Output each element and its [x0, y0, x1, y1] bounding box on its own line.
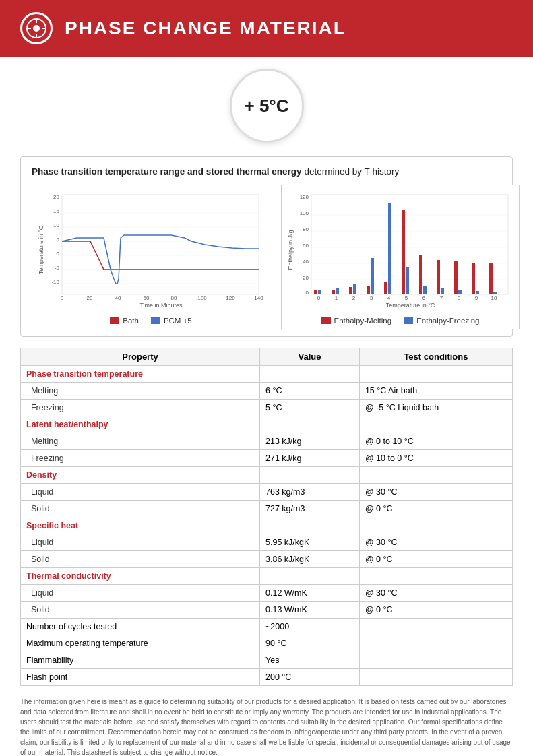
value-cell: 763 kg/m3 [260, 484, 360, 501]
svg-rect-69 [406, 267, 409, 294]
value-cell: Yes [260, 652, 360, 669]
value-cell: 90 °C [260, 635, 360, 652]
svg-text:0: 0 [317, 295, 321, 301]
svg-rect-78 [489, 263, 493, 294]
sub-label-cell: Solid [21, 602, 260, 619]
svg-rect-62 [349, 287, 352, 294]
table-row: Liquid0.12 W/mK@ 30 °C [21, 585, 513, 602]
col-value: Value [260, 348, 360, 366]
table-row: Specific heat [21, 517, 513, 534]
svg-text:60: 60 [303, 243, 309, 249]
sub-label-cell: Liquid [21, 585, 260, 602]
condition-cell: @ 30 °C [359, 484, 512, 501]
legend-pcm-color [151, 317, 160, 324]
category-cell: Phase transition temperature [21, 366, 260, 383]
header-title: PHASE CHANGE MATERIAL [65, 18, 346, 39]
svg-rect-66 [384, 282, 387, 294]
table-row: Liquid763 kg/m3@ 30 °C [21, 484, 513, 501]
svg-rect-60 [332, 290, 335, 294]
legend-bath-label: Bath [123, 317, 139, 325]
legend-pcm: PCM +5 [151, 317, 192, 325]
svg-text:15: 15 [53, 208, 59, 214]
legend-freezing-label: Enthalpy-Freezing [416, 317, 479, 325]
charts-title: Phase transition temperature range and s… [32, 166, 501, 177]
col-property: Property [21, 348, 260, 366]
condition-cell: 15 °C Air bath [359, 383, 512, 400]
svg-text:0: 0 [61, 295, 64, 301]
svg-rect-61 [336, 288, 339, 294]
left-chart-legend: Bath PCM +5 [36, 317, 265, 325]
condition-cell [359, 669, 512, 686]
property-cell: Number of cycles tested [21, 619, 260, 635]
svg-text:80: 80 [171, 295, 177, 301]
legend-bath-color [110, 317, 119, 324]
svg-rect-59 [318, 290, 321, 294]
sub-label-cell: Melting [21, 433, 260, 450]
category-cell: Latent heat/enthalpy [21, 416, 260, 433]
svg-text:8: 8 [458, 295, 461, 301]
charts-title-rest: determined by T-history [302, 166, 400, 177]
temp-badge-wrapper: + 5°C [0, 57, 533, 150]
property-cell: Flammability [21, 652, 260, 669]
svg-text:10: 10 [53, 222, 59, 228]
svg-text:6: 6 [422, 295, 426, 301]
right-chart-legend: Enthalpy-Melting Enthalpy-Freezing [286, 317, 515, 325]
value-cell: 3.86 kJ/kgK [260, 551, 360, 568]
svg-rect-63 [353, 284, 356, 294]
svg-text:20: 20 [303, 275, 309, 281]
svg-text:2: 2 [352, 295, 356, 301]
sub-label-cell: Solid [21, 501, 260, 517]
category-cell: Density [21, 467, 260, 484]
disclaimer: The information given here is meant as a… [20, 697, 513, 756]
svg-text:40: 40 [303, 259, 309, 265]
condition-cell: @ 10 to 0 °C [359, 450, 512, 467]
value-cell: 6 °C [260, 383, 360, 400]
sub-label-cell: Freezing [21, 400, 260, 416]
svg-text:4: 4 [387, 295, 391, 301]
svg-text:Time in Minutes: Time in Minutes [139, 302, 183, 309]
svg-text:10: 10 [491, 295, 497, 301]
value-cell: 213 kJ/kg [260, 433, 360, 450]
header: PHASE CHANGE MATERIAL [0, 0, 533, 57]
value-cell: 200 °C [260, 669, 360, 686]
svg-rect-77 [476, 291, 479, 294]
sub-label-cell: Solid [21, 551, 260, 568]
svg-text:20: 20 [53, 194, 59, 200]
sub-label-cell: Liquid [21, 484, 260, 501]
legend-pcm-label: PCM +5 [164, 317, 192, 325]
svg-text:Enthalpy in J/g: Enthalpy in J/g [287, 230, 294, 270]
condition-cell: @ 0 °C [359, 501, 512, 517]
sub-label-cell: Freezing [21, 450, 260, 467]
property-cell: Maximum operating temperature [21, 635, 260, 652]
condition-cell: @ 30 °C [359, 534, 512, 551]
svg-text:Temperature in °C: Temperature in °C [386, 302, 435, 309]
category-cell: Specific heat [21, 517, 260, 534]
table-row: Thermal conductivity [21, 568, 513, 585]
left-chart-svg: Temperature in °C Time in Minutes 20 15 … [36, 189, 265, 311]
svg-rect-67 [388, 203, 391, 294]
legend-freezing-color [404, 317, 413, 324]
svg-text:Temperature in °C: Temperature in °C [38, 225, 44, 274]
value-cell: 0.12 W/mK [260, 585, 360, 602]
table-row: Solid727 kg/m3@ 0 °C [21, 501, 513, 517]
legend-enthalpy-melting: Enthalpy-Melting [321, 317, 392, 325]
svg-rect-75 [458, 290, 462, 294]
table-row: Melting213 kJ/kg@ 0 to 10 °C [21, 433, 513, 450]
svg-text:80: 80 [303, 226, 309, 232]
condition-cell: @ 0 °C [359, 602, 512, 619]
condition-cell: @ -5 °C Liquid bath [359, 400, 512, 416]
temp-badge: + 5°C [230, 69, 304, 143]
svg-text:0: 0 [57, 251, 60, 257]
condition-cell: @ 0 to 10 °C [359, 433, 512, 450]
value-cell: 5.95 kJ/kgK [260, 534, 360, 551]
right-chart: Enthalpy in J/g Temperature in °C 120 10… [281, 185, 520, 329]
svg-text:120: 120 [300, 194, 309, 200]
svg-text:120: 120 [226, 295, 235, 301]
condition-cell [359, 635, 512, 652]
svg-text:140: 140 [254, 295, 263, 301]
svg-text:3: 3 [370, 295, 373, 301]
table-row: FlammabilityYes [21, 652, 513, 669]
table-header-row: Property Value Test conditions [21, 348, 513, 366]
table-row: Solid0.13 W/mK@ 0 °C [21, 602, 513, 619]
legend-enthalpy-freezing: Enthalpy-Freezing [404, 317, 479, 325]
